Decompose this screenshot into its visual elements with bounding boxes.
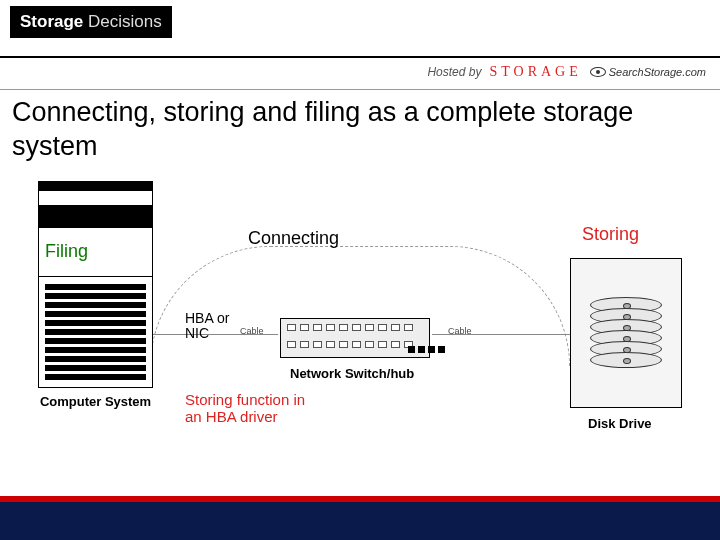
logo-light: Decisions — [83, 12, 161, 31]
computer-black-bar — [38, 205, 153, 227]
computer-stripes-icon — [38, 277, 153, 388]
storing-label: Storing — [582, 224, 639, 245]
hba-nic-label: HBA or NIC — [185, 311, 229, 342]
computer-gap — [38, 191, 153, 205]
cable-label-left: Cable — [240, 326, 264, 336]
tagline-row: Hosted by STORAGE SearchStorage.com — [0, 58, 720, 90]
switch-ports-row1 — [281, 319, 429, 336]
hosted-label: Hosted by — [427, 65, 481, 79]
hosted-by: Hosted by STORAGE SearchStorage.com — [427, 64, 706, 80]
footer — [0, 496, 720, 540]
storage-brand-logo: STORAGE — [489, 64, 581, 80]
computer-top-icon — [38, 181, 153, 191]
hba-line2: NIC — [185, 325, 209, 341]
connecting-label: Connecting — [248, 228, 339, 249]
logo-strong: Storage — [20, 12, 83, 31]
disk-platters-icon — [590, 297, 662, 368]
searchstorage-logo: SearchStorage.com — [590, 66, 706, 78]
switch-indicator-dots — [408, 346, 445, 353]
eye-icon — [590, 67, 606, 77]
computer-system: Filing Computer System — [38, 181, 153, 409]
computer-label: Computer System — [38, 394, 153, 409]
switch-label: Network Switch/hub — [290, 366, 414, 381]
search-text: SearchStorage.com — [609, 66, 706, 78]
filing-box: Filing — [38, 227, 153, 277]
storing-fn-line2: an HBA driver — [185, 408, 278, 425]
hba-line1: HBA or — [185, 310, 229, 326]
header-bar: Storage Decisions — [0, 0, 720, 58]
disk-label: Disk Drive — [588, 416, 652, 431]
brand-logo: Storage Decisions — [10, 6, 172, 38]
footer-navy-bar — [0, 502, 720, 540]
storing-function-label: Storing function in an HBA driver — [185, 391, 305, 426]
page-title: Connecting, storing and filing as a comp… — [0, 90, 720, 166]
diagram-area: Filing Computer System Connecting HBA or… — [0, 166, 720, 506]
switch-ports-row2 — [281, 336, 429, 353]
storing-fn-line1: Storing function in — [185, 391, 305, 408]
cable-label-right: Cable — [448, 326, 472, 336]
filing-label: Filing — [45, 241, 88, 262]
disk-drive-box — [570, 258, 682, 408]
